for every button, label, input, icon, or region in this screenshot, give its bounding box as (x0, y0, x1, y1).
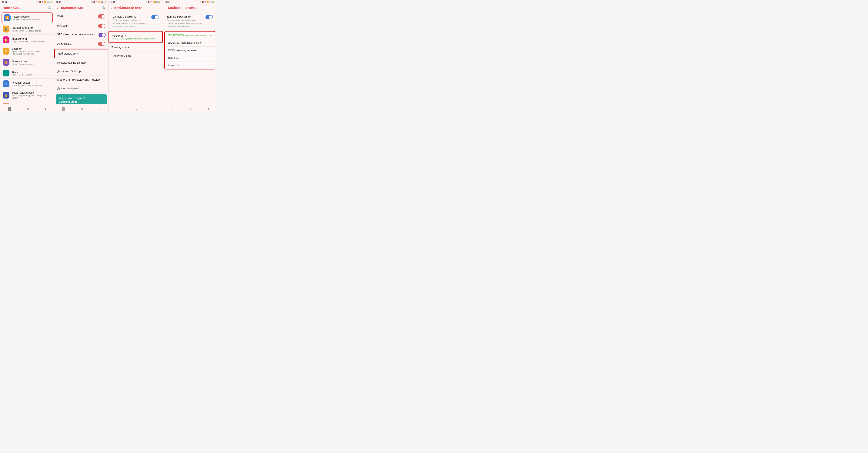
bottom-nav-3: ||| ○ ‹ (108, 104, 163, 113)
status-bar-3: 10:08 ✉ 🔕 📍 📶 95%🔋 (108, 0, 163, 4)
dropdown-option-3g2g[interactable]: 3G/2G (автоподключение) (165, 47, 215, 54)
settings-item-biometrics[interactable]: ☁ Б... (0, 101, 54, 104)
dropdown-option-2g[interactable]: Только 2G (165, 62, 215, 69)
option-5g-label: 5G/LTE/3G/2G (автоматическое по... (168, 34, 209, 37)
settings-item-connections[interactable]: 📶 Подключения Wi-Fi • Bluetooth • Авиаре… (1, 12, 53, 23)
nav-menu-1[interactable]: ||| (5, 106, 14, 112)
status-time-3: 10:08 (111, 1, 115, 3)
display-subtitle: Яркость • Комфорт для глаз • Навигационн… (12, 51, 52, 55)
bluetooth-toggle[interactable] (98, 24, 105, 28)
notifications-subtitle: Строка состояния • Не беспокоить (12, 40, 52, 43)
lockscreen-text: Экран блокировки Тип блокировки экрана •… (12, 91, 52, 99)
status-bar-4: 10:08 ✉ 🔕 📍 📶 95%🔋 (163, 0, 217, 4)
roaming-desc: За использование мобильных данных в роум… (113, 19, 149, 28)
menu-item-hotspot[interactable]: Мобильная точка доступа и модем (54, 76, 108, 84)
status-bar-1: 10:08 ✉ 🔕 📍 📶 95%🔋 (0, 0, 54, 4)
nav-back-2[interactable]: ‹ (96, 106, 103, 112)
menu-item-accesspoints[interactable]: Точки доступа (108, 43, 163, 52)
nav-menu-4[interactable]: ||| (168, 106, 177, 112)
menu-item-nfc[interactable]: NFC и бесконтактные платежи (54, 31, 108, 39)
connections-icon: 📶 (4, 14, 10, 21)
settings-item-lockscreen[interactable]: 🔒 Экран блокировки Тип блокировки экрана… (0, 89, 54, 101)
nfc-toggle[interactable] (98, 33, 106, 37)
connections-title: Подключения (13, 15, 51, 18)
nav-back-4[interactable]: ‹ (205, 106, 212, 112)
bluetooth-label: Bluetooth (57, 25, 68, 28)
content-4: Данные в роуминге За использование мобил… (163, 12, 217, 104)
display-title: Дисплей (12, 47, 52, 50)
option-3g2g-label: 3G/2G (автоподключение) (168, 49, 197, 52)
mobilenet-label: Мобильные сети (58, 52, 78, 55)
nav-home-1[interactable]: ○ (24, 106, 32, 112)
menu-item-mobilenet[interactable]: Мобильные сети (54, 49, 108, 58)
sound-icon: 🔊 (3, 26, 9, 32)
suggestion-banner[interactable]: Ищете что-то другое? Samsung Cloud (56, 94, 107, 104)
network-mode-item[interactable]: Режим сети 5G/LTE/3G/2G (автоматическое … (108, 31, 163, 43)
display-icon: ☀ (3, 48, 9, 55)
suggestion-title: Ищете что-то другое? (59, 97, 104, 100)
status-icons-2: ✉ 🔕 📍 📶 95%🔋 (91, 1, 106, 3)
bottom-nav-1: ||| ○ ‹ (0, 104, 54, 113)
status-icons-4: ✉ 🔕 📍 📶 95%🔋 (200, 1, 215, 3)
othersettings-label: Другие настройки (57, 87, 79, 90)
settings-item-wallpaper[interactable]: 🎨 Обои и стиль Обои • Палитра цветов (0, 57, 54, 68)
content-3: Данные в роуминге За использование мобил… (108, 12, 163, 104)
menu-item-wifi[interactable]: Wi-Fi (54, 12, 108, 21)
themes-text: Темы Темы • Обои • Значки (12, 70, 52, 76)
notifications-icon: 🔔 (3, 36, 9, 43)
menu-item-airplane[interactable]: Авиарежим (54, 39, 108, 49)
status-time-1: 10:08 (2, 1, 7, 3)
menu-item-othersettings[interactable]: Другие настройки (54, 84, 108, 92)
notifications-title: Уведомления (12, 37, 52, 40)
bottom-nav-4: ||| ○ ‹ (163, 104, 217, 113)
dropdown-option-5g[interactable]: 5G/LTE/3G/2G (автоматическое по... ✓ (165, 32, 215, 39)
lockscreen-icon: 🔒 (3, 92, 9, 98)
menu-item-bluetooth[interactable]: Bluetooth (54, 21, 108, 31)
nav-home-4[interactable]: ○ (186, 106, 195, 112)
roaming-toggle-4[interactable] (206, 15, 213, 19)
accesspoints-label: Точки доступа (112, 46, 129, 49)
content-2: Wi-Fi Bluetooth NFC и бесконтактные плат… (54, 12, 108, 104)
nav-menu-2[interactable]: ||| (59, 106, 68, 112)
dropdown-option-3g[interactable]: Только 3G (165, 54, 215, 62)
homescreen-text: Главный экран Макет • Индикаторы на знач… (12, 81, 52, 87)
roaming-card: Данные в роуминге За использование мобил… (110, 13, 161, 30)
settings-item-homescreen[interactable]: ⌂ Главный экран Макет • Индикаторы на зн… (0, 79, 54, 89)
roaming-toggle[interactable] (151, 15, 158, 19)
network-mode-dropdown[interactable]: 5G/LTE/3G/2G (автоматическое по... ✓ LTE… (164, 31, 216, 69)
page-title-3: Мобильные сети (114, 6, 160, 10)
search-icon-1[interactable]: 🔍 (48, 6, 52, 10)
wifi-toggle[interactable] (98, 14, 105, 19)
dropdown-option-lte[interactable]: LTE/3G/2G (автоподключение) (165, 39, 215, 47)
panel-mobilenets2: 10:08 ✉ 🔕 📍 📶 95%🔋 ‹ Мобильные сети Данн… (163, 0, 217, 113)
sound-text: Звуки и вибрация Режим звука • Мелодия з… (12, 26, 52, 32)
nfc-title: NFC и бесконтактные платежи (57, 33, 99, 36)
nav-back-3[interactable]: ‹ (150, 106, 158, 112)
settings-item-notifications[interactable]: 🔔 Уведомления Строка состояния • Не бесп… (0, 34, 54, 45)
nav-back-1[interactable]: ‹ (42, 106, 49, 112)
nav-menu-3[interactable]: ||| (114, 106, 122, 112)
status-time-4: 10:08 (165, 1, 169, 3)
airplane-toggle[interactable] (98, 42, 105, 46)
homescreen-icon: ⌂ (3, 81, 9, 87)
nav-home-2[interactable]: ○ (78, 106, 86, 112)
search-icon-2[interactable]: 🔍 (102, 6, 106, 10)
back-icon-4[interactable]: ‹ (165, 6, 166, 10)
network-mode-subtitle: 5G/LTE/3G/2G (автоматическое подключение… (112, 37, 156, 40)
status-icons-3: ✉ 🔕 📍 📶 95%🔋 (146, 1, 161, 3)
back-icon-3[interactable]: ‹ (111, 6, 112, 10)
back-icon-2[interactable]: ‹ (57, 6, 58, 10)
hotspot-label: Мобильная точка доступа и модем (57, 78, 100, 81)
network-mode-title: Режим сети (112, 34, 126, 37)
option-2g-label: Только 2G (168, 64, 180, 67)
settings-item-sound[interactable]: 🔊 Звуки и вибрация Режим звука • Мелодия… (0, 24, 54, 34)
nav-home-3[interactable]: ○ (132, 106, 141, 112)
themes-icon: T (3, 70, 9, 77)
menu-item-simmanager[interactable]: Диспетчер SIM-карт (54, 67, 108, 76)
wifi-label: Wi-Fi (57, 15, 64, 18)
menu-item-datausage[interactable]: Использование данных (54, 59, 108, 67)
settings-item-display[interactable]: ☀ Дисплей Яркость • Комфорт для глаз • Н… (0, 45, 54, 57)
settings-item-themes[interactable]: T Темы Темы • Обои • Значки (0, 68, 54, 79)
menu-item-operators[interactable]: Операторы сети (108, 52, 163, 60)
roaming-desc-4: За использование мобильных данных в роум… (167, 19, 204, 28)
